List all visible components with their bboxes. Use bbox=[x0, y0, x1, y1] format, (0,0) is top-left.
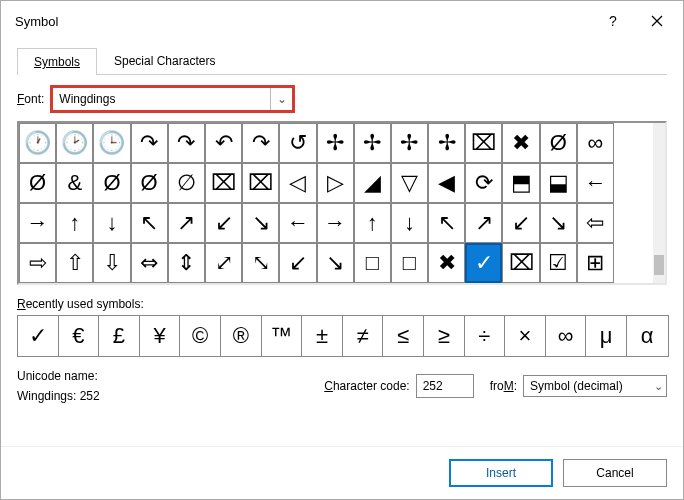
symbol-cell[interactable]: ☑ bbox=[540, 243, 577, 283]
symbol-cell[interactable]: ↓ bbox=[93, 203, 130, 243]
charcode-label: Character code: bbox=[324, 379, 409, 393]
symbol-cell[interactable]: Ø bbox=[19, 163, 56, 203]
symbol-cell[interactable]: ▷ bbox=[317, 163, 354, 203]
symbol-cell[interactable]: Ø bbox=[93, 163, 130, 203]
insert-button[interactable]: Insert bbox=[449, 459, 553, 487]
symbol-cell[interactable]: ↗ bbox=[465, 203, 502, 243]
symbol-cell[interactable]: ↓ bbox=[391, 203, 428, 243]
font-label: Font: bbox=[17, 92, 44, 106]
symbol-cell[interactable]: ↘ bbox=[317, 243, 354, 283]
symbol-cell[interactable]: ✢ bbox=[391, 123, 428, 163]
recent-symbol-cell[interactable]: © bbox=[180, 316, 221, 356]
recent-symbol-cell[interactable]: ∞ bbox=[546, 316, 587, 356]
symbol-cell[interactable]: ∞ bbox=[577, 123, 614, 163]
symbol-cell[interactable]: ∅ bbox=[168, 163, 205, 203]
symbol-cell[interactable]: ⌧ bbox=[242, 163, 279, 203]
dialog-content: Symbols Special Characters Font: Wingdin… bbox=[1, 41, 683, 446]
symbol-cell[interactable]: ⌧ bbox=[502, 243, 539, 283]
symbol-cell[interactable]: ↑ bbox=[354, 203, 391, 243]
symbol-cell[interactable]: ↑ bbox=[56, 203, 93, 243]
cancel-button[interactable]: Cancel bbox=[563, 459, 667, 487]
recent-symbol-cell[interactable]: ≤ bbox=[383, 316, 424, 356]
symbol-cell[interactable]: ↙ bbox=[279, 243, 316, 283]
charcode-input[interactable] bbox=[416, 374, 474, 398]
tab-symbols[interactable]: Symbols bbox=[17, 48, 97, 75]
recent-symbol-cell[interactable]: ÷ bbox=[465, 316, 506, 356]
recent-symbol-cell[interactable]: £ bbox=[99, 316, 140, 356]
symbol-cell[interactable]: ⇨ bbox=[19, 243, 56, 283]
symbol-cell[interactable]: ▽ bbox=[391, 163, 428, 203]
symbol-cell[interactable]: ✖ bbox=[502, 123, 539, 163]
chevron-down-icon: ⌄ bbox=[654, 380, 663, 393]
symbol-cell[interactable]: → bbox=[19, 203, 56, 243]
symbol-cell[interactable]: ⟳ bbox=[465, 163, 502, 203]
symbol-cell[interactable]: ⇧ bbox=[56, 243, 93, 283]
recent-symbol-cell[interactable]: ≠ bbox=[343, 316, 384, 356]
symbol-cell[interactable]: ⬓ bbox=[540, 163, 577, 203]
recent-symbol-cell[interactable]: ≥ bbox=[424, 316, 465, 356]
symbol-cell[interactable]: ↙ bbox=[502, 203, 539, 243]
recent-symbol-cell[interactable]: ¥ bbox=[140, 316, 181, 356]
symbol-cell[interactable]: ↙ bbox=[205, 203, 242, 243]
symbol-cell[interactable]: ← bbox=[577, 163, 614, 203]
recent-symbol-cell[interactable]: ® bbox=[221, 316, 262, 356]
symbol-cell[interactable]: Ø bbox=[131, 163, 168, 203]
recent-symbol-cell[interactable]: ✓ bbox=[18, 316, 59, 356]
scrollbar[interactable] bbox=[653, 123, 665, 283]
symbol-cell[interactable]: ◁ bbox=[279, 163, 316, 203]
symbol-cell[interactable]: 🕐 bbox=[19, 123, 56, 163]
symbol-cell[interactable]: □ bbox=[354, 243, 391, 283]
symbol-grid-area: 🕐🕑🕒↷↷↶↷↺✢✢✢✢⌧✖Ø∞Ø&ØØ∅⌧⌧◁▷◢▽◀⟳⬒⬓←→↑↓↖↗↙↘←… bbox=[17, 121, 667, 285]
symbol-cell[interactable]: ✢ bbox=[428, 123, 465, 163]
scrollbar-thumb[interactable] bbox=[654, 255, 664, 275]
symbol-cell[interactable]: ↷ bbox=[168, 123, 205, 163]
symbol-cell[interactable]: ← bbox=[279, 203, 316, 243]
symbol-cell[interactable]: Ø bbox=[540, 123, 577, 163]
symbol-cell[interactable]: ✢ bbox=[317, 123, 354, 163]
recent-symbol-cell[interactable]: μ bbox=[586, 316, 627, 356]
recent-symbol-cell[interactable]: ± bbox=[302, 316, 343, 356]
symbol-cell[interactable]: 🕒 bbox=[93, 123, 130, 163]
symbol-cell[interactable]: ⊞ bbox=[577, 243, 614, 283]
symbol-cell[interactable]: ✖ bbox=[428, 243, 465, 283]
from-select[interactable]: Symbol (decimal) ⌄ bbox=[523, 375, 667, 397]
symbol-cell[interactable]: ⤢ bbox=[205, 243, 242, 283]
dialog-footer: Insert Cancel bbox=[1, 446, 683, 499]
recent-symbol-cell[interactable]: × bbox=[505, 316, 546, 356]
recent-symbol-cell[interactable]: ™ bbox=[262, 316, 303, 356]
symbol-cell[interactable]: ⇕ bbox=[168, 243, 205, 283]
symbol-cell[interactable]: ↘ bbox=[242, 203, 279, 243]
recent-symbol-cell[interactable]: € bbox=[59, 316, 100, 356]
from-label: froM: bbox=[490, 379, 517, 393]
symbol-cell[interactable]: ✓ bbox=[465, 243, 502, 283]
symbol-cell[interactable]: ⌧ bbox=[465, 123, 502, 163]
symbol-cell[interactable]: ⌧ bbox=[205, 163, 242, 203]
titlebar: Symbol ? bbox=[1, 1, 683, 41]
symbol-cell[interactable]: ↗ bbox=[168, 203, 205, 243]
symbol-cell[interactable]: ◀ bbox=[428, 163, 465, 203]
close-button[interactable] bbox=[635, 1, 679, 41]
symbol-cell[interactable]: □ bbox=[391, 243, 428, 283]
symbol-cell[interactable]: ⇦ bbox=[577, 203, 614, 243]
symbol-cell[interactable]: ↘ bbox=[540, 203, 577, 243]
help-button[interactable]: ? bbox=[591, 1, 635, 41]
recent-symbol-cell[interactable]: α bbox=[627, 316, 668, 356]
symbol-cell[interactable]: ↖ bbox=[131, 203, 168, 243]
symbol-cell[interactable]: ⬒ bbox=[502, 163, 539, 203]
symbol-cell[interactable]: ⇔ bbox=[131, 243, 168, 283]
symbol-cell[interactable]: ⤡ bbox=[242, 243, 279, 283]
symbol-cell[interactable]: & bbox=[56, 163, 93, 203]
font-select[interactable]: Wingdings ⌄ bbox=[50, 85, 295, 113]
symbol-cell[interactable]: ↖ bbox=[428, 203, 465, 243]
symbol-cell[interactable]: → bbox=[317, 203, 354, 243]
symbol-cell[interactable]: ✢ bbox=[354, 123, 391, 163]
window-title: Symbol bbox=[15, 14, 591, 29]
symbol-cell[interactable]: ↷ bbox=[131, 123, 168, 163]
symbol-cell[interactable]: 🕑 bbox=[56, 123, 93, 163]
symbol-cell[interactable]: ⇩ bbox=[93, 243, 130, 283]
symbol-cell[interactable]: ◢ bbox=[354, 163, 391, 203]
symbol-cell[interactable]: ↷ bbox=[242, 123, 279, 163]
tab-special-characters[interactable]: Special Characters bbox=[97, 47, 232, 74]
symbol-cell[interactable]: ↺ bbox=[279, 123, 316, 163]
symbol-cell[interactable]: ↶ bbox=[205, 123, 242, 163]
